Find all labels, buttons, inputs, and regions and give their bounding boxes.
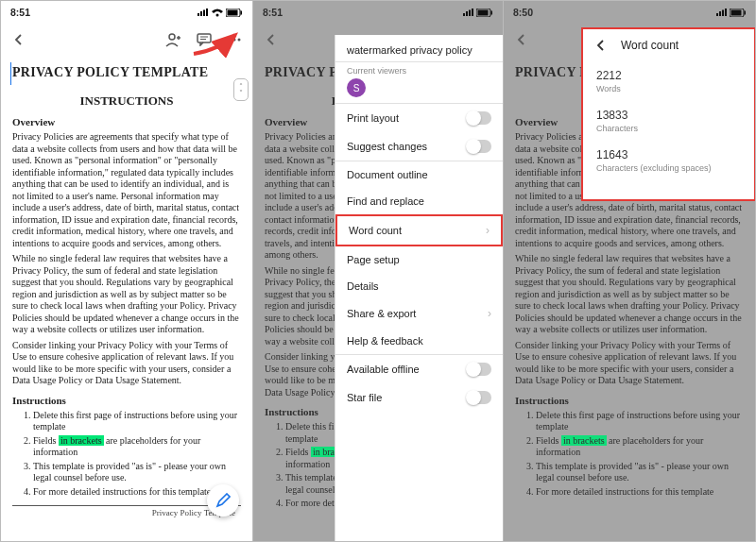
menu-find-replace[interactable]: Find and replace xyxy=(335,188,503,214)
svg-rect-1 xyxy=(200,11,202,16)
menu-title: watermarked privacy policy xyxy=(335,35,503,61)
menu-word-count[interactable]: Word count› xyxy=(335,214,503,246)
list-item: Fields in brackets are placeholders for … xyxy=(33,435,241,459)
document-body: PRIVACY POLICY TEMPLATE INSTRUCTIONS Ove… xyxy=(1,56,252,529)
status-icons xyxy=(198,8,243,17)
current-viewers: Current viewers S xyxy=(335,62,503,103)
toggle[interactable] xyxy=(467,140,491,153)
list-item: Delete this first page of instructions b… xyxy=(33,410,241,433)
para-1: Privacy Policies are agreements that spe… xyxy=(12,131,241,249)
svg-rect-6 xyxy=(228,9,238,15)
svg-rect-16 xyxy=(472,8,473,16)
screen-3: 8:50 PRIVACY POLICY TEMPLATE INSTRUCTION… xyxy=(504,1,756,541)
svg-rect-23 xyxy=(725,8,727,16)
svg-rect-19 xyxy=(491,10,493,14)
instruction-list: Delete this first page of instructions b… xyxy=(12,410,241,499)
svg-rect-2 xyxy=(203,10,205,17)
svg-point-12 xyxy=(238,39,241,42)
menu-print-layout[interactable]: Print layout xyxy=(335,104,503,132)
heading-overview: Overview xyxy=(12,116,241,127)
back-icon[interactable] xyxy=(10,31,27,48)
menu-details[interactable]: Details xyxy=(335,273,503,299)
status-bar: 8:51 xyxy=(253,1,503,24)
status-icons xyxy=(463,8,493,17)
svg-rect-14 xyxy=(466,11,468,16)
word-count-panel: Word count 2212 Words 13833 Characters 1… xyxy=(581,27,756,201)
panel-title: Word count xyxy=(621,39,679,52)
highlight: in brackets xyxy=(59,435,104,446)
status-time: 8:51 xyxy=(10,7,30,18)
status-bar: 8:50 xyxy=(504,1,756,24)
menu-share-export[interactable]: Share & export› xyxy=(335,299,503,328)
wifi-icon xyxy=(211,8,224,17)
svg-point-11 xyxy=(233,39,236,42)
para-2: While no single federal law requires tha… xyxy=(12,253,241,336)
divider xyxy=(12,505,241,506)
status-time: 8:50 xyxy=(513,7,533,18)
svg-rect-7 xyxy=(241,10,243,14)
svg-rect-3 xyxy=(206,8,208,16)
svg-rect-18 xyxy=(478,9,489,15)
toggle[interactable] xyxy=(467,111,491,125)
toggle[interactable] xyxy=(467,391,491,404)
screen-2: 8:51 PRIVACY POLICY TEMPLATE INSTRUCTION… xyxy=(253,1,504,541)
svg-rect-0 xyxy=(198,13,199,16)
stat-words: 2212 Words xyxy=(583,61,754,101)
pencil-icon xyxy=(215,493,231,508)
toggle[interactable] xyxy=(467,363,491,376)
screen-1: 8:51 PRIVACY POLICY TEMPLATE INSTRUCTION… xyxy=(1,1,253,541)
toolbar xyxy=(1,24,252,56)
more-icon[interactable] xyxy=(226,31,243,48)
chevron-right-icon: › xyxy=(486,224,490,237)
chevron-right-icon: › xyxy=(488,307,491,320)
signal-icon xyxy=(198,8,209,16)
doc-title: PRIVACY POLICY TEMPLATE xyxy=(12,65,208,80)
svg-rect-21 xyxy=(719,11,721,16)
status-bar: 8:51 xyxy=(1,1,252,24)
para-3: Consider linking your Privacy Policy wit… xyxy=(12,340,241,387)
svg-rect-25 xyxy=(731,9,742,15)
overflow-menu: watermarked privacy policy Current viewe… xyxy=(335,35,503,541)
heading-instructions: INSTRUCTIONS xyxy=(12,93,241,109)
battery-icon xyxy=(226,8,243,17)
svg-rect-9 xyxy=(198,34,211,42)
svg-rect-15 xyxy=(469,10,471,17)
menu-page-setup[interactable]: Page setup xyxy=(335,246,503,273)
svg-point-8 xyxy=(169,34,175,40)
viewer-avatar[interactable]: S xyxy=(347,78,366,97)
add-person-icon[interactable] xyxy=(165,31,182,48)
comment-icon[interactable] xyxy=(196,31,213,48)
menu-suggest-changes[interactable]: Suggest changes xyxy=(335,132,503,161)
page-footer: Privacy Policy Template xyxy=(12,508,241,517)
status-time: 8:51 xyxy=(263,7,283,18)
svg-rect-13 xyxy=(463,13,465,16)
menu-help-feedback[interactable]: Help & feedback xyxy=(335,328,503,354)
svg-point-4 xyxy=(216,13,219,16)
stat-characters-ns: 11643 Characters (excluding spaces) xyxy=(583,141,754,180)
menu-available-offline[interactable]: Available offline xyxy=(335,355,503,383)
menu-star-file[interactable]: Star file xyxy=(335,383,503,412)
svg-point-10 xyxy=(229,39,232,42)
svg-rect-20 xyxy=(716,13,718,16)
svg-rect-22 xyxy=(722,10,724,17)
heading-instructions-2: Instructions xyxy=(12,395,241,406)
back-icon[interactable] xyxy=(593,37,610,54)
menu-document-outline[interactable]: Document outline xyxy=(335,161,503,188)
list-item: This template is provided "as is" - plea… xyxy=(33,461,241,484)
stat-characters: 13833 Characters xyxy=(583,101,754,141)
svg-rect-26 xyxy=(745,10,747,14)
scroll-handle[interactable]: ˄˅ xyxy=(233,78,249,101)
edit-fab[interactable] xyxy=(207,484,239,517)
